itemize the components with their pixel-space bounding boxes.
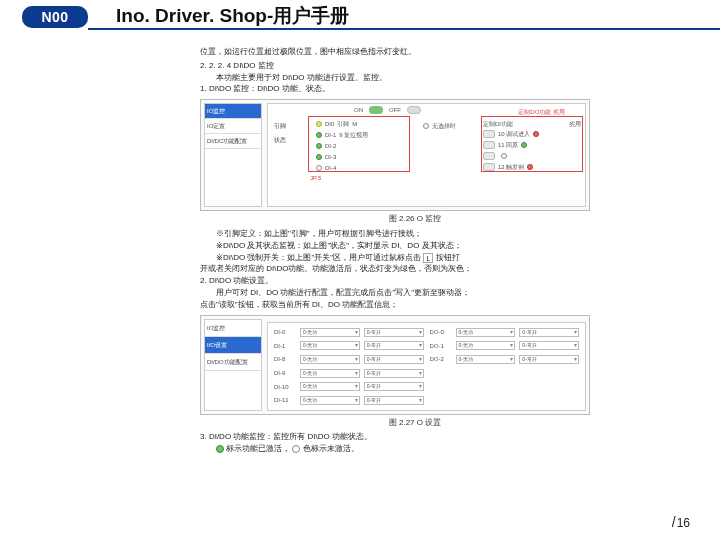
cfg-row: DI-10-无功0-常开 bbox=[274, 339, 424, 352]
page-title: Ino. Driver. Shop-用户手册 bbox=[116, 3, 349, 29]
section-heading: 2. 2. 2. 4 DI\DO 监控 bbox=[200, 61, 630, 72]
icon-inline-button: L bbox=[423, 253, 433, 263]
cfg-row: DI-90-无功0-常开 bbox=[274, 367, 424, 380]
mode-select[interactable]: 0-常开 bbox=[519, 341, 579, 350]
func-select[interactable]: 0-无功 bbox=[300, 396, 360, 405]
fig1-main: ON OFF 引脚 状态 DI0引脚M DI-19 复位报用 DI-2 DI-3… bbox=[267, 103, 586, 207]
do-button[interactable] bbox=[483, 152, 495, 160]
mode-select[interactable]: 0-常开 bbox=[364, 355, 424, 364]
status-dot-icon bbox=[316, 121, 322, 127]
fig1-caption: 图 2.26 O 监控 bbox=[200, 214, 630, 225]
status-dot-icon bbox=[521, 142, 527, 148]
cfg-row bbox=[430, 380, 580, 393]
fig2-sidebar: IO监控 I/O设置 DI/DO功能配置 bbox=[204, 319, 262, 411]
func-select[interactable]: 0-无功 bbox=[456, 341, 516, 350]
legend-row: 标示功能已激活， 色标示未激活。 bbox=[200, 444, 630, 455]
mode-select[interactable]: 0-常开 bbox=[364, 341, 424, 350]
fig2-tab-cfg[interactable]: DI/DO功能配置 bbox=[205, 354, 261, 371]
mode-select[interactable]: 0-常开 bbox=[364, 382, 424, 391]
cfg-row: DI-100-无功0-常开 bbox=[274, 380, 424, 393]
do-button[interactable] bbox=[483, 130, 495, 138]
cfg-row: DO-00-无功0-常开 bbox=[430, 326, 580, 339]
fig1-tab-monitor[interactable]: IO监控 bbox=[205, 104, 261, 119]
para-intro: 本功能主要用于对 DI\DO 功能进行设置、监控。 bbox=[200, 73, 630, 84]
func-select[interactable]: 0-无功 bbox=[456, 328, 516, 337]
pin-row: DI-3 bbox=[316, 151, 406, 162]
mode-select[interactable]: 0-常开 bbox=[519, 328, 579, 337]
mode-select[interactable]: 0-常开 bbox=[364, 396, 424, 405]
note-2: ※DI\DO 及其状态监视：如上图"状态"，实时显示 DI、DO 及其状态； bbox=[200, 241, 630, 252]
legend-dot-active-icon bbox=[216, 445, 224, 453]
cfg-row: DI-80-无功0-常开 bbox=[274, 353, 424, 366]
label-status: 状态 bbox=[274, 136, 286, 144]
fig1-pin-list: DI0引脚M DI-19 复位报用 DI-2 DI-3 DI-4 bbox=[316, 118, 406, 173]
note-6: 用户可对 DI、DO 功能进行配置，配置完成后点击"写入"更新至驱动器； bbox=[200, 288, 630, 299]
figure-monitor: IO监控 IO定置 DI/DC功能配置 ON OFF 引脚 状态 DI0引脚M … bbox=[200, 99, 590, 211]
fig2-caption: 图 2.27 O 设置 bbox=[200, 418, 630, 429]
do-row: 10 调试进入 bbox=[483, 128, 581, 139]
fig2-tab-monitor[interactable]: IO监控 bbox=[205, 320, 261, 337]
note-4: 开或者关闭对应的 DI\DO功能。功能激活后，状态灯变为绿色，否则为灰色； bbox=[200, 264, 630, 275]
func-select[interactable]: 0-无功 bbox=[300, 328, 360, 337]
note-5: 2. DI\DO 功能设置。 bbox=[200, 276, 630, 287]
on-label: ON bbox=[354, 106, 363, 114]
mode-select[interactable]: 0-常开 bbox=[364, 369, 424, 378]
note-7: 点击"读取"按钮，获取当前所有 DI、DO 功能配置信息； bbox=[200, 300, 630, 311]
cfg-row: DI-00-无功0-常开 bbox=[274, 326, 424, 339]
do-row: 12 触发例 bbox=[483, 161, 581, 172]
fig2-tab-ioset[interactable]: I/O设置 bbox=[205, 337, 261, 354]
status-dot-icon bbox=[527, 164, 533, 170]
fig1-tab-set[interactable]: IO定置 bbox=[205, 119, 261, 134]
para-position: 位置，如运行位置超过极限位置，图中相应绿色指示灯变红。 bbox=[200, 47, 630, 58]
pin-row: DI-4 bbox=[316, 162, 406, 173]
status-dot-icon bbox=[533, 131, 539, 137]
cfg-row bbox=[430, 367, 580, 380]
page-header: N00 Ino. Driver. Shop-用户手册 bbox=[0, 0, 720, 36]
para-item1: 1. DI\DO 监控：DI\DO 功能、状态。 bbox=[200, 84, 630, 95]
annotation-left: JP.5 bbox=[310, 174, 321, 182]
mode-select[interactable]: 0-常开 bbox=[364, 328, 424, 337]
status-dot-icon bbox=[316, 154, 322, 160]
toggle-off-icon[interactable] bbox=[407, 106, 421, 114]
pin-row: DI0引脚M bbox=[316, 118, 406, 129]
legend-dot-inactive-icon bbox=[292, 445, 300, 453]
func-select[interactable]: 0-无功 bbox=[300, 341, 360, 350]
document-body: 位置，如运行位置超过极限位置，图中相应绿色指示灯变红。 2. 2. 2. 4 D… bbox=[200, 46, 630, 456]
fig1-right-list: 定制DI功能劣用 10 调试进入 11 回原 12 触发例 bbox=[483, 120, 581, 172]
pin-row: DI-19 复位报用 bbox=[316, 129, 406, 140]
func-select[interactable]: 0-无功 bbox=[456, 355, 516, 364]
cfg-row bbox=[430, 394, 580, 407]
do-row bbox=[483, 150, 581, 161]
func-select[interactable]: 0-无功 bbox=[300, 369, 360, 378]
fig1-middle: 无选择时 bbox=[423, 122, 456, 130]
cfg-row: DO-20-无功0-常开 bbox=[430, 353, 580, 366]
fig1-switch: ON OFF bbox=[354, 106, 421, 114]
pin-row: DI-2 bbox=[316, 140, 406, 151]
func-select[interactable]: 0-无功 bbox=[300, 382, 360, 391]
do-button[interactable] bbox=[483, 163, 495, 171]
figure-settings: IO监控 I/O设置 DI/DO功能配置 DI-00-无功0-常开 DO-00-… bbox=[200, 315, 590, 415]
status-dot-icon bbox=[501, 153, 507, 159]
note-3: ※DI\DO 强制开关：如上图"开关"区，用户可通过鼠标点击 L 按钮打 bbox=[200, 253, 630, 264]
status-dot-icon bbox=[316, 132, 322, 138]
cfg-row: DI-110-无功0-常开 bbox=[274, 394, 424, 407]
func-select[interactable]: 0-无功 bbox=[300, 355, 360, 364]
fig1-sidebar: IO监控 IO定置 DI/DC功能配置 bbox=[204, 103, 262, 207]
off-label: OFF bbox=[389, 106, 401, 114]
fig2-grid: DI-00-无功0-常开 DO-00-无功0-常开 DI-10-无功0-常开 D… bbox=[267, 322, 586, 411]
toggle-on-icon[interactable] bbox=[369, 106, 383, 114]
fig1-tab-cfg[interactable]: DI/DC功能配置 bbox=[205, 134, 261, 149]
para-item3: 3. DI/DO 功能监控：监控所有 DI\DO 功能状态。 bbox=[200, 432, 630, 443]
cfg-row: DO-10-无功0-常开 bbox=[430, 339, 580, 352]
do-row: 11 回原 bbox=[483, 139, 581, 150]
do-button[interactable] bbox=[483, 141, 495, 149]
status-dot-icon bbox=[316, 143, 322, 149]
header-rule bbox=[88, 28, 720, 30]
status-dot-icon bbox=[423, 123, 429, 129]
fig1-right-header: 定制DI功能劣用 bbox=[483, 120, 581, 128]
page-number: /16 bbox=[672, 514, 690, 530]
mode-select[interactable]: 0-常开 bbox=[519, 355, 579, 364]
logo-badge: N00 bbox=[22, 6, 88, 28]
label-pin: 引脚 bbox=[274, 122, 286, 130]
status-dot-icon bbox=[316, 165, 322, 171]
